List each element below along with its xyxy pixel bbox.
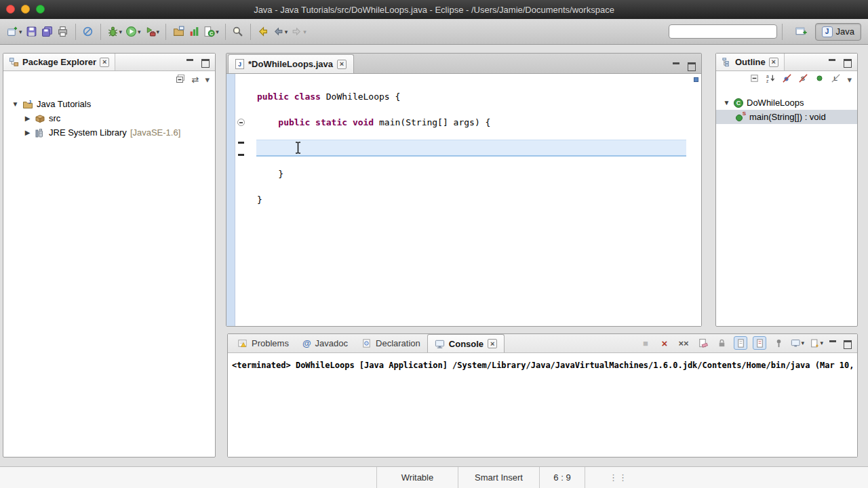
twisty-expanded-icon[interactable]: ▼	[12, 100, 19, 108]
clear-console-button[interactable]	[696, 336, 709, 350]
maximize-editor-button[interactable]	[687, 62, 696, 69]
sort-button[interactable]: a z	[766, 73, 776, 85]
clear-console-icon	[698, 338, 708, 348]
outline-item-class[interactable]: ▼ C DoWhileLoops	[716, 96, 857, 110]
zoom-window-button[interactable]	[36, 5, 45, 14]
outline-toolbar: a z S	[716, 71, 857, 87]
open-console-button[interactable]: ▾	[810, 336, 823, 350]
new-class-dropdown[interactable]: ▾	[216, 28, 219, 35]
new-class-button[interactable]: C ▾	[202, 22, 220, 41]
hide-fields-button[interactable]	[782, 73, 792, 85]
close-icon[interactable]: ×	[100, 58, 109, 67]
folding-ruler[interactable]	[235, 74, 247, 326]
minimize-view-button[interactable]	[186, 58, 195, 66]
overview-ruler-mark[interactable]	[694, 77, 698, 82]
close-window-button[interactable]	[6, 5, 15, 14]
scroll-lock-button[interactable]	[715, 336, 728, 350]
hide-local-types-button[interactable]: L	[831, 73, 841, 85]
twisty-expanded-icon[interactable]: ▼	[723, 99, 730, 106]
run-button[interactable]: ▾	[124, 22, 142, 41]
coverage-button[interactable]	[186, 22, 201, 41]
save-button[interactable]	[24, 22, 39, 41]
new-wizard-dropdown[interactable]: ▾	[19, 28, 22, 35]
search-button[interactable]	[231, 22, 245, 41]
minimize-editor-button[interactable]	[672, 62, 681, 69]
twisty-collapsed-icon[interactable]: ▶	[24, 129, 31, 136]
display-selected-console-button[interactable]: ▾	[791, 336, 804, 350]
hide-non-public-members-icon	[814, 73, 825, 83]
external-tools-dropdown[interactable]: ▾	[157, 28, 160, 35]
twisty-collapsed-icon[interactable]: ▶	[24, 115, 31, 122]
hide-non-public-members-button[interactable]	[814, 73, 825, 85]
console-panel: Problems @ Javadoc Declaration Cons	[227, 333, 858, 458]
package-explorer-tab[interactable]: Package Explorer ×	[3, 54, 115, 70]
fold-collapse-icon[interactable]	[237, 119, 245, 126]
collapse-all-button[interactable]	[749, 73, 760, 85]
save-all-button[interactable]	[40, 22, 55, 41]
maximize-view-button[interactable]	[201, 58, 210, 66]
tab-console[interactable]: Console ×	[427, 334, 505, 352]
package-explorer-toolbar: ⇄ ▾	[3, 71, 215, 87]
maximize-view-button[interactable]	[843, 58, 852, 66]
view-menu-button[interactable]: ▾	[205, 75, 210, 84]
tab-problems[interactable]: Problems	[231, 334, 296, 352]
statusbar-overflow-handle[interactable]: ⋮⋮	[604, 467, 633, 488]
tab-javadoc[interactable]: @ Javadoc	[296, 334, 355, 352]
java-perspective-button[interactable]: J Java	[815, 23, 861, 41]
close-icon[interactable]: ×	[488, 339, 497, 348]
code-line	[257, 155, 692, 167]
forward-button[interactable]: ▾	[290, 22, 308, 41]
close-icon[interactable]: ×	[337, 60, 347, 69]
tree-item-jre-system-library[interactable]: ▶ JRE System Library [JavaSE-1.6]	[3, 125, 215, 140]
run-dropdown[interactable]: ▾	[138, 28, 141, 35]
package-explorer-icon	[9, 57, 19, 67]
new-wizard-button[interactable]: ▾	[5, 22, 24, 41]
forward-dropdown[interactable]: ▾	[303, 28, 307, 35]
debug-icon	[107, 26, 119, 37]
outline-item-method[interactable]: S main(String[]) : void	[716, 110, 857, 124]
tab-declaration[interactable]: Declaration	[355, 334, 427, 352]
hide-static-members-button[interactable]: S	[798, 73, 808, 85]
toolbar-separator	[75, 24, 76, 40]
code-content[interactable]: public class DoWhileLoops { public stati…	[257, 90, 692, 206]
editor-tab-title: *DoWhileLoops.java	[248, 59, 333, 69]
outline-tab[interactable]: Outline ×	[716, 54, 785, 70]
print-button[interactable]	[56, 22, 71, 41]
minimize-view-button[interactable]	[828, 58, 837, 66]
editor-tab-dowhileloops[interactable]: J *DoWhileLoops.java ×	[228, 54, 354, 73]
remove-launch-button[interactable]: ×	[658, 336, 671, 350]
svg-text:J: J	[28, 100, 31, 104]
text-cursor-pointer	[294, 141, 302, 157]
annotation-ruler[interactable]	[226, 74, 235, 326]
back-icon	[273, 26, 284, 37]
save-icon	[26, 26, 37, 37]
show-console-on-stdout-button[interactable]	[734, 336, 747, 350]
console-output[interactable]: <terminated> DoWhileLoops [Java Applicat…	[228, 353, 857, 457]
terminate-button[interactable]: ■	[639, 336, 652, 350]
skip-breakpoints-button[interactable]	[81, 22, 96, 41]
close-icon[interactable]: ×	[769, 58, 778, 67]
collapse-all-button[interactable]	[175, 73, 186, 86]
maximize-view-button[interactable]	[843, 340, 852, 347]
show-console-on-stderr-button[interactable]	[753, 336, 766, 350]
back-button[interactable]: ▾	[271, 22, 290, 41]
quick-access-input[interactable]	[669, 24, 777, 39]
external-tools-button[interactable]: ▾	[143, 22, 161, 41]
pin-console-button[interactable]	[772, 336, 785, 350]
minimize-view-button[interactable]	[829, 340, 837, 347]
last-edit-location-button[interactable]	[256, 22, 271, 41]
open-perspective-button[interactable]	[794, 22, 809, 41]
code-line	[257, 142, 692, 155]
new-java-project-button[interactable]	[171, 22, 186, 41]
view-menu-button[interactable]: ▾	[847, 75, 852, 84]
tree-item-src[interactable]: ▶ src	[3, 111, 215, 125]
back-dropdown[interactable]: ▾	[285, 28, 288, 35]
remove-all-terminated-button[interactable]: ××	[677, 336, 690, 350]
link-with-editor-button[interactable]: ⇄	[192, 75, 199, 84]
debug-dropdown[interactable]: ▾	[119, 28, 123, 35]
toolbar-separator	[225, 24, 226, 40]
minimize-window-button[interactable]	[21, 5, 30, 14]
debug-button[interactable]: ▾	[106, 22, 124, 41]
editor-area[interactable]: public class DoWhileLoops { public stati…	[226, 74, 701, 326]
tree-item-java-tutorials[interactable]: ▼ J Java Tutorials	[3, 97, 215, 111]
